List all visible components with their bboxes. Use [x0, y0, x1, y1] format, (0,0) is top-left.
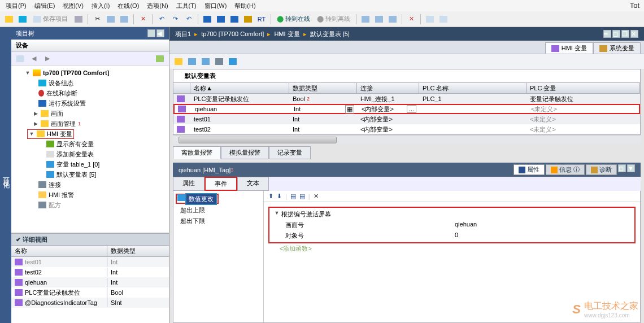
btn-properties[interactable]: 属性 [514, 164, 545, 175]
crumb-tags[interactable]: HMI 变量 [274, 30, 299, 38]
tree-pic-mgmt[interactable]: ▶画面管理1 [11, 119, 169, 129]
split-h-icon[interactable] [424, 14, 436, 25]
detail-row[interactable]: @DiagnosticsIndicatorTagSInt [11, 298, 169, 308]
tree-hmi-tags[interactable]: ▼HMI 变量 [11, 129, 169, 139]
detail-row[interactable]: test01Int [11, 257, 169, 267]
move-up-icon[interactable]: ⬆ [268, 193, 273, 200]
tbl-sync-icon[interactable] [214, 56, 225, 67]
accessible-icon[interactable] [387, 14, 398, 25]
tree-diagnostics[interactable]: 在线和诊断 [11, 88, 169, 98]
func-param-obj[interactable]: 对象号0 [271, 230, 633, 241]
go-online-button[interactable]: ⬤转到在线 [275, 15, 312, 23]
event-value-change[interactable]: 数值更改 [176, 193, 261, 205]
win-restore-icon[interactable]: ❐ [621, 30, 629, 38]
add-function[interactable]: <添加函数> [268, 243, 636, 254]
tab-hmi-tags[interactable]: HMI 变量 [545, 42, 593, 54]
btn-diag[interactable]: 诊断 [586, 164, 617, 175]
crumb-device[interactable]: tp700 [TP700 Comfort] [201, 30, 264, 37]
menu-help[interactable]: 帮助(H) [234, 2, 255, 10]
conn-picker-icon[interactable]: … [407, 105, 416, 113]
btn-info[interactable]: 信息 ⓘ [546, 164, 585, 175]
tree-hw-config[interactable]: 设备组态 [11, 78, 169, 88]
prop-tab-events[interactable]: 事件 [204, 177, 237, 191]
col-conn[interactable]: 连接 [357, 83, 419, 93]
detail-row[interactable]: qiehuanInt [11, 277, 169, 287]
event-over-max[interactable]: 超出上限 [176, 205, 261, 216]
tab-system-tags[interactable]: 系统变量 [593, 42, 641, 54]
tree-fwd-icon[interactable]: ▶ [42, 53, 53, 64]
save-project-button[interactable]: 保存项目 [31, 14, 71, 25]
prop-tab-text[interactable]: 文本 [237, 177, 269, 191]
indent-icon[interactable]: ▤ [290, 193, 296, 200]
tree-hmi-alarm[interactable]: HMI 报警 [11, 190, 169, 200]
split-v-icon[interactable] [438, 14, 449, 25]
download-icon[interactable] [215, 14, 227, 25]
upload-icon[interactable] [229, 14, 240, 25]
crumb-table[interactable]: 默认变量表 [5] [310, 30, 350, 38]
menu-view[interactable]: 视图(V) [63, 2, 84, 10]
win-min-icon[interactable]: ━ [603, 30, 611, 38]
open-project-icon[interactable] [17, 14, 28, 25]
type-picker-icon[interactable]: ▦ [345, 105, 354, 114]
prop-tab-properties[interactable]: 属性 [173, 177, 204, 191]
tree-back-icon[interactable]: ◀ [28, 53, 40, 64]
compile-icon[interactable] [202, 14, 213, 25]
win-close-icon[interactable]: ✕ [630, 30, 638, 38]
sim-icon[interactable] [242, 14, 254, 25]
panel-menu-icon[interactable] [147, 29, 155, 37]
cross-ref-icon[interactable] [373, 14, 385, 25]
tbl-options-icon[interactable] [227, 56, 238, 67]
table-row[interactable]: test01 Int <内部变量> <未定义> [173, 114, 640, 124]
detail-col-name[interactable]: 名称 [11, 246, 107, 256]
new-project-icon[interactable] [3, 14, 15, 25]
tree-show-all-tags[interactable]: 显示所有变量 [11, 139, 169, 149]
horizontal-scrollbar[interactable] [173, 135, 641, 144]
table-row[interactable]: test02 Int <内部变量> <未定义> [173, 124, 640, 134]
crumb-project[interactable]: 项目1 [175, 30, 191, 38]
tree-recipe[interactable]: 配方 [11, 200, 169, 210]
event-over-min[interactable]: 超出下限 [176, 216, 261, 226]
undo-icon[interactable]: ↶ [156, 14, 167, 25]
tree-nav-icon[interactable] [15, 53, 26, 64]
col-name[interactable]: 名称 ▲ [190, 83, 289, 93]
tree-runtime[interactable]: 运行系统设置 [11, 98, 169, 108]
win-max-icon[interactable]: ◻ [612, 30, 620, 38]
delete-icon[interactable]: ✕ [137, 14, 149, 25]
tbl-new-icon[interactable] [173, 56, 184, 67]
detail-row[interactable]: test02Int [11, 267, 169, 277]
panel-collapse-icon[interactable]: ◀ [156, 29, 164, 37]
tree-device-root[interactable]: ▼tp700 [TP700 Comfort] [11, 68, 169, 78]
table-row-selected[interactable]: qiehuan Int▦ <内部变量>… <未定义> [173, 104, 640, 114]
menu-edit[interactable]: 编辑(E) [34, 2, 55, 10]
menu-online[interactable]: 在线(O) [118, 2, 139, 10]
prop-collapse-icon[interactable]: ▼ [627, 164, 635, 172]
menu-tools[interactable]: 工具(T) [176, 2, 197, 10]
tree-connections[interactable]: 连接 [11, 180, 169, 190]
tbl-import-icon[interactable] [200, 56, 211, 67]
vertical-tab-visualization[interactable]: 可视化 [0, 27, 11, 323]
table-row[interactable]: PLC变量记录触发位 Bool 2 HMI_连接_1 PLC_1 变量记录触发位 [173, 94, 640, 104]
move-down-icon[interactable]: ⬇ [277, 193, 282, 200]
tab-discrete-alarm[interactable]: 离散量报警 [173, 146, 221, 159]
func-title-row[interactable]: ▼ 根据编号激活屏幕 [271, 209, 633, 220]
col-type[interactable]: 数据类型 [289, 83, 357, 93]
search-icon[interactable] [360, 14, 371, 25]
delete-func-icon[interactable]: ✕ [314, 193, 319, 200]
print-icon[interactable] [73, 14, 84, 25]
tab-analog-alarm[interactable]: 模拟量报警 [221, 146, 269, 159]
redo-icon[interactable]: ↷ [169, 14, 181, 25]
detail-row[interactable]: PLC变量记录触发位Bool [11, 287, 169, 298]
tree-view-icon[interactable] [154, 53, 166, 64]
tbl-export-icon[interactable] [186, 56, 198, 67]
menu-window[interactable]: 窗口(W) [204, 2, 227, 10]
tree-add-tag-table[interactable]: 添加新变量表 [11, 149, 169, 159]
menu-project[interactable]: 项目(P) [6, 2, 27, 10]
paste-icon[interactable] [119, 14, 130, 25]
tab-log-tag[interactable]: 记录变量 [269, 146, 311, 159]
tree-pictures[interactable]: ▶画面 [11, 108, 169, 119]
col-plc[interactable]: PLC 名称 [419, 83, 526, 93]
func-param-pic[interactable]: 画面号qiehuan [271, 220, 633, 230]
detail-col-type[interactable]: 数据类型 [107, 246, 164, 256]
copy-icon[interactable] [105, 14, 116, 25]
cut-icon[interactable]: ✂ [92, 14, 103, 25]
